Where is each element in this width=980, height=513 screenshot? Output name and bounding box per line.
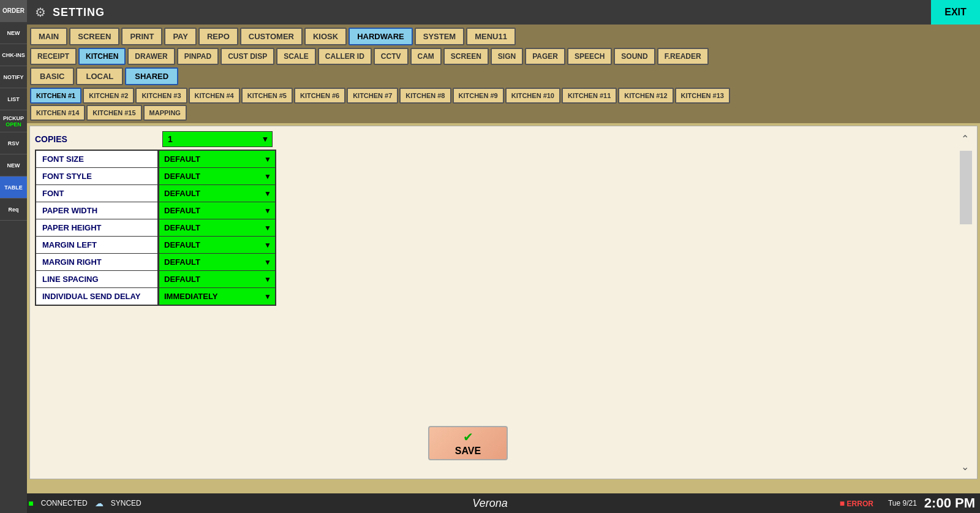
sidebar-item-order[interactable]: ORDER <box>0 0 27 22</box>
line-spacing-select[interactable]: DEFAULTSINGLEDOUBLE <box>159 271 275 287</box>
tab-repo[interactable]: REPO <box>198 28 238 45</box>
paper-height-value: DEFAULTAUTO ▼ <box>159 219 275 236</box>
exit-button[interactable]: EXIT <box>931 0 980 25</box>
tab-hardware[interactable]: HARDWARE <box>349 28 413 45</box>
paper-height-select[interactable]: DEFAULTAUTO <box>159 219 275 236</box>
tab-main[interactable]: MAIN <box>30 28 67 45</box>
kitchen-tab-7[interactable]: KITCHEN #7 <box>347 88 398 104</box>
kitchen-tab-1[interactable]: KITCHEN #1 <box>30 88 81 104</box>
sidebar-item-notify[interactable]: NOTIFY <box>0 66 27 88</box>
connected-label: CONNECTED <box>41 499 88 507</box>
send-delay-label: INDIVIDUAL SEND DELAY <box>36 288 159 305</box>
subtab-cctv[interactable]: CCTV <box>374 48 409 65</box>
subtab-pinpad[interactable]: PINPAD <box>177 48 219 65</box>
subtab-screen[interactable]: SCREEN <box>443 48 489 65</box>
subtab-pager[interactable]: PAGER <box>525 48 565 65</box>
sidebar-item-table[interactable]: TABLE <box>0 177 27 199</box>
kitchen-tab-12[interactable]: KITCHEN #12 <box>618 88 673 104</box>
kitchen-tab-13[interactable]: KITCHEN #13 <box>675 88 730 104</box>
statusbar: #2 ■ CONNECTED ☁ SYNCED Verona ■ ERROR T… <box>0 493 980 513</box>
subtab-sound[interactable]: SOUND <box>614 48 655 65</box>
kitchen-tab-8[interactable]: KITCHEN #8 <box>399 88 451 104</box>
store-name: Verona <box>472 497 507 510</box>
font-select[interactable]: DEFAULT <box>159 185 275 202</box>
margin-left-value: DEFAULT0123 ▼ <box>159 237 275 253</box>
scroll-down-button[interactable]: ⌄ <box>957 459 972 474</box>
tab-pay[interactable]: PAY <box>164 28 197 45</box>
settings-table: FONT SIZE DEFAULTSMALLMEDIUMLARGE ▼ FONT… <box>35 150 276 306</box>
mode-local[interactable]: LOCAL <box>76 67 123 85</box>
subtab-speech[interactable]: SPEECH <box>567 48 612 65</box>
subtab-freader[interactable]: F.READER <box>657 48 709 65</box>
copies-select[interactable]: 1 2 3 4 <box>162 131 273 147</box>
subtab-drawer[interactable]: DRAWER <box>127 48 175 65</box>
subtab-receipt[interactable]: RECEIPT <box>30 48 77 65</box>
date-label: Tue 9/21 <box>888 499 917 507</box>
subtab-sign[interactable]: SIGN <box>491 48 523 65</box>
setting-row-font: FONT DEFAULT ▼ <box>36 185 275 202</box>
kitchen-tab-10[interactable]: KITCHEN #10 <box>505 88 560 104</box>
kitchen-tab-3[interactable]: KITCHEN #3 <box>135 88 187 104</box>
kitchen-tab-6[interactable]: KITCHEN #6 <box>294 88 345 104</box>
tab-menu11[interactable]: MENU11 <box>466 28 516 45</box>
gear-icon: ⚙ <box>32 4 49 21</box>
setting-row-margin-right: MARGIN RIGHT DEFAULT0123 ▼ <box>36 254 275 271</box>
synced-icon: ☁ <box>95 498 104 508</box>
font-size-value: DEFAULTSMALLMEDIUMLARGE ▼ <box>159 151 275 167</box>
kitchen-tab-5[interactable]: KITCHEN #5 <box>241 88 293 104</box>
scroll-up-button[interactable]: ⌃ <box>957 131 972 146</box>
synced-label: SYNCED <box>111 499 141 507</box>
tab-kiosk[interactable]: KIOSK <box>304 28 347 45</box>
sidebar-item-list[interactable]: LIST <box>0 88 27 110</box>
tab-screen[interactable]: SCREEN <box>69 28 119 45</box>
paper-width-value: DEFAULT58MM80MM ▼ <box>159 202 275 219</box>
sidebar-item-new2[interactable]: NEW <box>0 154 27 177</box>
font-style-label: FONT STYLE <box>36 168 159 184</box>
tab-system[interactable]: SYSTEM <box>415 28 464 45</box>
kitchen-tab-14[interactable]: KITCHEN #14 <box>30 105 85 121</box>
setting-row-font-size: FONT SIZE DEFAULTSMALLMEDIUMLARGE ▼ <box>36 151 275 168</box>
margin-right-select[interactable]: DEFAULT0123 <box>159 254 275 270</box>
send-delay-select[interactable]: IMMEDIATELY1 SEC2 SEC3 SEC <box>159 288 275 305</box>
subtab-scale[interactable]: SCALE <box>276 48 316 65</box>
kitchen-tab-15[interactable]: KITCHEN #15 <box>86 105 141 121</box>
sidebar-item-rsv[interactable]: RSV <box>0 132 27 154</box>
copies-select-wrapper: 1 2 3 4 ▼ <box>162 131 273 147</box>
error-label: ■ ERROR <box>840 498 873 508</box>
paper-width-label: PAPER WIDTH <box>36 202 159 219</box>
subtab-cust-disp[interactable]: CUST DISP <box>221 48 274 65</box>
kitchen-tab-2[interactable]: KITCHEN #2 <box>83 88 134 104</box>
sidebar-item-chkins[interactable]: CHK-INS <box>0 44 27 66</box>
kitchen-tab-11[interactable]: KITCHEN #11 <box>562 88 617 104</box>
mode-basic[interactable]: BASIC <box>30 67 74 85</box>
mode-shared[interactable]: SHARED <box>125 67 178 85</box>
time-label: 2:00 PM <box>924 495 975 511</box>
subtab-kitchen[interactable]: KITCHEN <box>78 48 126 65</box>
app-title: SETTING <box>53 6 105 19</box>
kitchen-tab-9[interactable]: KITCHEN #9 <box>453 88 504 104</box>
sidebar-item-req[interactable]: Req <box>0 199 27 221</box>
sidebar-item-new[interactable]: NEW <box>0 22 27 44</box>
scroll-track <box>960 151 972 224</box>
font-size-label: FONT SIZE <box>36 151 159 167</box>
tab-print[interactable]: PRINT <box>121 28 162 45</box>
save-button[interactable]: ✔ SAVE <box>428 426 508 460</box>
font-label: FONT <box>36 185 159 202</box>
tab-customer[interactable]: CUSTOMER <box>240 28 303 45</box>
font-size-select[interactable]: DEFAULTSMALLMEDIUMLARGE <box>159 151 275 167</box>
save-label: SAVE <box>455 446 481 457</box>
paper-height-label: PAPER HEIGHT <box>36 219 159 236</box>
paper-width-select[interactable]: DEFAULT58MM80MM <box>159 202 275 219</box>
subtab-caller-id[interactable]: CALLER ID <box>318 48 372 65</box>
kitchen-tab-mapping[interactable]: MAPPING <box>143 105 187 121</box>
subtab-cam[interactable]: CAM <box>410 48 442 65</box>
setting-row-margin-left: MARGIN LEFT DEFAULT0123 ▼ <box>36 237 275 254</box>
copies-row: COPIES 1 2 3 4 ▼ <box>35 131 972 147</box>
font-style-select[interactable]: DEFAULTBOLDITALIC <box>159 168 275 184</box>
sidebar-item-pickup[interactable]: PICKUP OPEN <box>0 110 27 132</box>
kitchen-tab-4[interactable]: KITCHEN #4 <box>189 88 240 104</box>
margin-left-select[interactable]: DEFAULT0123 <box>159 237 275 253</box>
font-style-value: DEFAULTBOLDITALIC ▼ <box>159 168 275 184</box>
setting-row-font-style: FONT STYLE DEFAULTBOLDITALIC ▼ <box>36 168 275 185</box>
sidebar: ORDER NEW CHK-INS NOTIFY LIST PICKUP OPE… <box>0 0 27 513</box>
